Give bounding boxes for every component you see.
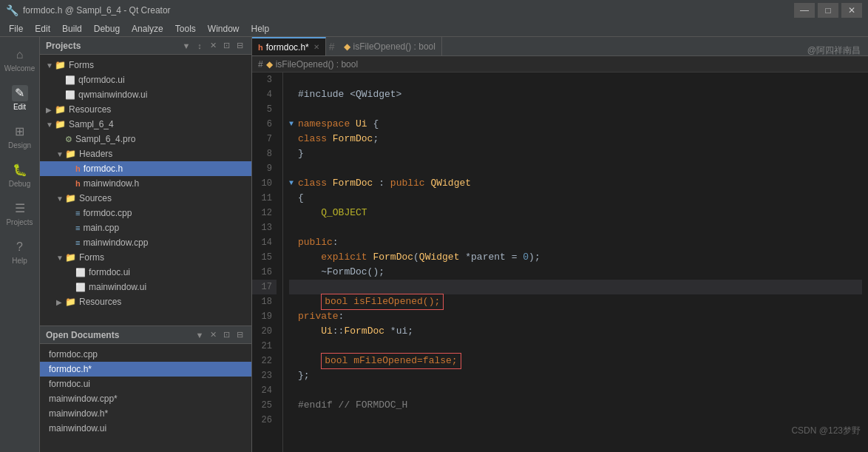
tree-item-label: Sampl_6_4.pro <box>75 134 135 144</box>
watermark1: @阿四祥南昌 <box>807 44 861 57</box>
menu-item-debug[interactable]: Debug <box>88 21 126 37</box>
line-number: 23 <box>252 368 277 383</box>
fold-arrow-icon[interactable]: ▼ <box>289 117 296 132</box>
projects-panel-title: Projects <box>46 41 81 51</box>
open-docs-dock-btn[interactable]: ⊟ <box>234 329 245 341</box>
tree-item[interactable]: ⚙Sampl_6_4.pro <box>40 132 251 146</box>
open-doc-item[interactable]: formdoc.cpp <box>40 347 251 362</box>
open-doc-item[interactable]: mainwindow.h* <box>40 406 251 421</box>
panel-close-btn[interactable]: ✕ <box>207 40 219 52</box>
tab-is-file-opened[interactable]: ◆ isFileOpened() : bool <box>338 37 442 56</box>
tab-close-btn[interactable]: ✕ <box>313 43 319 51</box>
sidebar-mode-debug[interactable]: 🐛Debug <box>1 155 38 194</box>
menu-item-window[interactable]: Window <box>202 21 245 37</box>
sidebar-mode-design[interactable]: ⊞Design <box>1 117 38 155</box>
menu-item-edit[interactable]: Edit <box>29 21 56 37</box>
watermark2: CSDN @123梦野 <box>791 425 861 437</box>
tree-item[interactable]: ⬜qwmainwindow.ui <box>40 87 251 102</box>
tree-item[interactable]: ▶📁Resources <box>40 102 251 117</box>
help-icon: ? <box>12 239 28 255</box>
code-token: public <box>298 235 333 250</box>
tree-icon: ≡ <box>75 223 80 232</box>
tree-item[interactable]: ▶📁Resources <box>40 294 251 309</box>
code-line: bool mFileOpened=false; <box>289 354 862 368</box>
menu-item-file[interactable]: File <box>3 21 29 37</box>
code-line <box>289 413 862 428</box>
menu-item-build[interactable]: Build <box>56 21 88 37</box>
close-button[interactable]: ✕ <box>841 3 862 18</box>
code-token: FormDoc <box>333 176 373 191</box>
code-line: Q_OBJECT <box>289 206 862 220</box>
code-area: hformdoc.h*✕ # ◆ isFileOpened() : bool #… <box>252 37 868 452</box>
tab-file-icon: h <box>258 43 263 52</box>
editor[interactable]: 3456789101112131415161718192021222324252… <box>252 72 868 452</box>
tree-item[interactable]: ▼📁Headers <box>40 146 251 161</box>
sidebar-mode-welcome[interactable]: ⌂Welcome <box>1 40 38 78</box>
tree-item-label: Sampl_6_4 <box>69 119 114 129</box>
tree-item[interactable]: ≡main.cpp <box>40 220 251 235</box>
tree-arrow: ▼ <box>46 121 55 129</box>
menu-item-tools[interactable]: Tools <box>169 21 202 37</box>
tree-item[interactable]: ⬜qformdoc.ui <box>40 72 251 87</box>
tree-item-label: Forms <box>69 60 94 70</box>
open-doc-label: mainwindow.ui <box>49 423 106 434</box>
tree-item[interactable]: ▼📁Sources <box>40 191 251 206</box>
panel-filter-btn[interactable]: ▼ <box>180 40 192 52</box>
tree-arrow: ▼ <box>56 150 65 158</box>
open-docs-close-btn[interactable]: ✕ <box>207 329 219 341</box>
code-content[interactable]: #include <QWidget>▼namespace Ui {class F… <box>283 72 868 452</box>
maximize-button[interactable]: □ <box>818 3 838 18</box>
panel-sync-btn[interactable]: ↕ <box>194 40 206 52</box>
sidebar-mode-edit[interactable]: ✎Edit <box>1 78 38 117</box>
fold-arrow-icon[interactable]: ▼ <box>289 176 296 191</box>
tree-item[interactable]: ≡formdoc.cpp <box>40 206 251 220</box>
sidebar-mode-projects[interactable]: ☰Projects <box>1 194 38 232</box>
tree-item[interactable]: hformdoc.h <box>40 161 251 176</box>
code-token: ; <box>373 132 379 146</box>
window-controls: — □ ✕ <box>794 3 862 18</box>
tree-item[interactable]: ⬜formdoc.ui <box>40 265 251 280</box>
project-tree[interactable]: ▼📁Forms⬜qformdoc.ui⬜qwmainwindow.ui▶📁Res… <box>40 55 251 325</box>
open-doc-item[interactable]: formdoc.h* <box>40 362 251 377</box>
line-number: 7 <box>252 132 277 146</box>
debug-icon: 🐛 <box>12 162 28 178</box>
panel-dock-btn[interactable]: ⊟ <box>234 40 245 52</box>
code-token: explicit <box>298 250 373 265</box>
open-docs-filter-btn[interactable]: ▼ <box>194 329 206 341</box>
open-doc-item[interactable]: formdoc.ui <box>40 377 251 391</box>
open-docs-float-btn[interactable]: ⊡ <box>220 329 232 341</box>
panel-float-btn[interactable]: ⊡ <box>220 40 232 52</box>
code-token: ( <box>413 250 419 265</box>
line-number: 16 <box>252 265 277 280</box>
line-number: 15 <box>252 250 277 265</box>
minimize-button[interactable]: — <box>794 3 815 18</box>
sidebar-mode-help[interactable]: ?Help <box>1 232 38 271</box>
tab-label: formdoc.h* <box>266 42 309 53</box>
code-line: }; <box>289 368 862 383</box>
code-highlighted-box: bool mFileOpened=false; <box>321 353 461 369</box>
open-docs-tree[interactable]: formdoc.cppformdoc.h*formdoc.uimainwindo… <box>40 344 251 452</box>
tab2-label: isFileOpened() : bool <box>353 41 435 52</box>
code-line: bool isFileOpened(); <box>289 294 862 309</box>
open-doc-item[interactable]: mainwindow.cpp* <box>40 391 251 406</box>
tree-item[interactable]: ≡mainwindow.cpp <box>40 235 251 250</box>
main-layout: ⌂Welcome✎Edit⊞Design🐛Debug☰Projects?Help… <box>0 37 868 452</box>
tree-icon: 📁 <box>55 104 66 115</box>
menu-item-help[interactable]: Help <box>245 21 276 37</box>
code-line <box>289 383 862 398</box>
tree-item[interactable]: ▼📁Forms <box>40 250 251 265</box>
line-number: 18 <box>252 294 277 309</box>
tree-item[interactable]: hmainwindow.h <box>40 176 251 191</box>
tree-item[interactable]: ⬜mainwindow.ui <box>40 280 251 294</box>
tree-item[interactable]: ▼📁Forms <box>40 58 251 72</box>
code-highlighted-box: bool isFileOpened(); <box>321 294 444 310</box>
code-token: FormDoc <box>344 324 384 339</box>
open-doc-item[interactable]: mainwindow.ui <box>40 421 251 436</box>
code-token: 0 <box>523 250 529 265</box>
code-line: private: <box>289 309 862 324</box>
tree-item[interactable]: ▼📁Sampl_6_4 <box>40 117 251 132</box>
tree-icon: 📁 <box>65 193 76 203</box>
tab-formdoc-h[interactable]: hformdoc.h*✕ <box>252 37 326 56</box>
title-bar: 🔧 formdoc.h @ Sampl_6_4 - Qt Creator — □… <box>0 0 868 21</box>
menu-item-analyze[interactable]: Analyze <box>126 21 169 37</box>
